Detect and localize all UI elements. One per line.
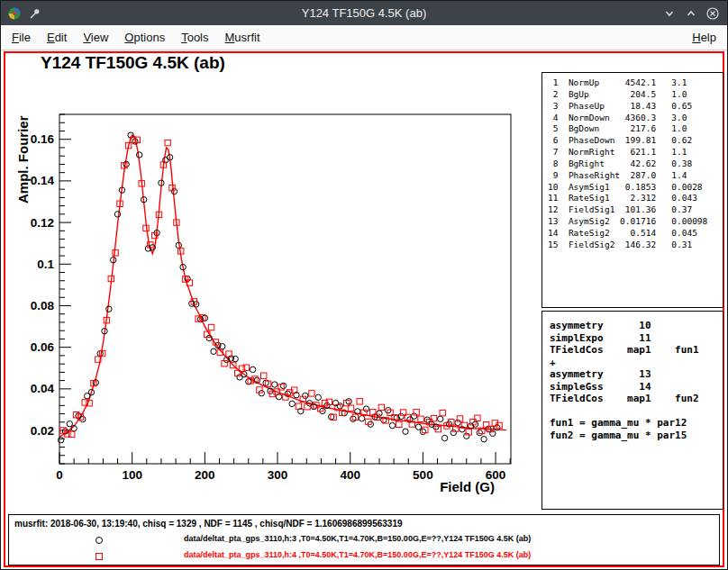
menu-item-view[interactable]: View [75,25,116,50]
window-title: Y124 TF150G 4.5K (ab) [1,6,727,20]
svg-text:500: 500 [413,468,433,482]
svg-text:0.16: 0.16 [31,132,55,146]
titlebar[interactable]: Y124 TF150G 4.5K (ab) [1,1,727,25]
fit-line [59,135,506,437]
svg-text:200: 200 [195,468,215,482]
param-row: 8 BgRight 42.62 0.38 [548,158,723,170]
svg-text:0.14: 0.14 [31,174,55,187]
theory-line: fun2 = gamma_mu * par15 [550,430,723,442]
svg-text:400: 400 [340,468,360,482]
svg-text:0.12: 0.12 [31,216,54,230]
legend-marker-circle-icon [94,533,105,549]
menubar-left: FileEditViewOptionsToolsMusrfit [4,25,268,50]
chart[interactable]: 01002003004005006000.020.040.060.080.10.… [10,106,532,511]
chevron-up-icon [685,7,697,20]
menu-item-musrfit[interactable]: Musrfit [217,25,268,50]
menubar-right: Help [684,25,724,50]
param-row: 13 AsymSig2 0.01716 0.00098 [548,216,723,228]
window: Y124 TF150G 4.5K (ab) FileEd [0,0,728,570]
param-row: 4 NormDown 4360.3 3.0 [548,113,723,124]
legend-label: data/deltat_pta_gps_3110,h:4 ,T0=4.50K,T… [184,550,531,559]
param-row: 9 PhaseRight 287.0 1.4 [548,170,723,182]
param-row: 10 AsymSig1 0.1853 0.0028 [548,182,723,194]
legend-marker-square-icon [94,549,105,565]
menu-item-help[interactable]: Help [684,25,724,50]
menu-item-edit[interactable]: Edit [39,25,75,50]
series-squares [60,137,503,438]
svg-text:0.08: 0.08 [31,299,55,312]
param-row: 12 FieldSig1 101.36 0.37 [548,204,723,216]
param-row: 2 BgUp 204.5 1.0 [548,89,723,101]
theory-line: fun1 = gamma_mu * par12 [550,417,723,430]
y-axis-title: Ampl. Fourier [15,115,31,204]
param-row: 15 FieldSig2 146.32 0.31 [548,240,723,251]
theory-line: TFieldCos map1 fun2 [550,393,723,405]
param-row: 11 RateSig1 2.312 0.043 [548,193,723,204]
theory-box: asymmetry 10simplExpo 11TFieldCos map1 f… [541,311,723,510]
menu-item-file[interactable]: File [4,25,39,50]
theory-line: TFieldCos map1 fun1 [550,344,723,357]
legend-row: data/deltat_pta_gps_3110,h:4 ,T0=4.50K,T… [9,549,719,562]
info-legend-box: musrfit: 2018-06-30, 13:19:40, chisq = 1… [8,514,720,565]
x-axis-labels: 0100200300400500600 [56,468,505,482]
theory-line [550,405,723,418]
close-icon [705,6,720,21]
plot-title: Y124 TF150G 4.5K (ab) [41,53,225,73]
menu-item-tools[interactable]: Tools [173,25,216,50]
menubar: FileEditViewOptionsToolsMusrfit Help [1,25,727,50]
theory-line: asymmetry 10 [550,320,723,332]
parameter-box: 1 NormUp 4542.1 3.1 2 BgUp 204.5 1.0 3 P… [541,72,723,308]
legend-label: data/deltat_pta_gps_3110,h:3 ,T0=4.50K,T… [184,534,531,543]
svg-text:0.04: 0.04 [31,382,55,395]
close-button[interactable] [703,4,723,23]
svg-text:0.02: 0.02 [31,424,54,438]
minimize-button[interactable] [660,4,679,23]
theory-line: simplExpo 11 [550,332,723,345]
menu-item-options[interactable]: Options [116,25,173,50]
param-row: 3 PhaseUp 18.43 0.65 [548,101,723,113]
legend-row: data/deltat_pta_gps_3110,h:3 ,T0=4.50K,T… [9,533,719,546]
svg-text:100: 100 [122,468,142,482]
app-icon [5,5,23,23]
svg-text:300: 300 [268,468,288,482]
param-row: 6 PhaseDown 199.81 0.62 [548,135,723,147]
theory-line: asymmetry 13 [550,368,723,381]
fit-info: musrfit: 2018-06-30, 13:19:40, chisq = 1… [14,519,403,529]
theory-line: + [550,357,723,369]
param-row: 1 NormUp 4542.1 3.1 [548,77,723,89]
svg-text:0.06: 0.06 [31,340,55,354]
svg-text:0.1: 0.1 [37,258,54,271]
window-controls [660,4,723,23]
param-row: 5 BgDown 217.6 1.0 [548,123,723,135]
chevron-down-icon [663,7,676,20]
root-canvas[interactable]: Y124 TF150G 4.5K (ab) 010020030040050060… [1,50,727,569]
y-axis-labels: 0.020.040.060.080.10.120.140.16 [31,132,55,437]
pin-icon[interactable] [25,5,43,23]
param-row: 7 NormRight 621.1 1.1 [548,147,723,158]
param-row: 14 RateSig2 0.514 0.045 [548,228,723,240]
series-circles [58,132,500,443]
theory-line: simpleGss 14 [550,381,723,394]
x-axis-title: Field (G) [440,479,495,494]
maximize-button[interactable] [681,4,701,23]
svg-text:0: 0 [56,468,63,482]
